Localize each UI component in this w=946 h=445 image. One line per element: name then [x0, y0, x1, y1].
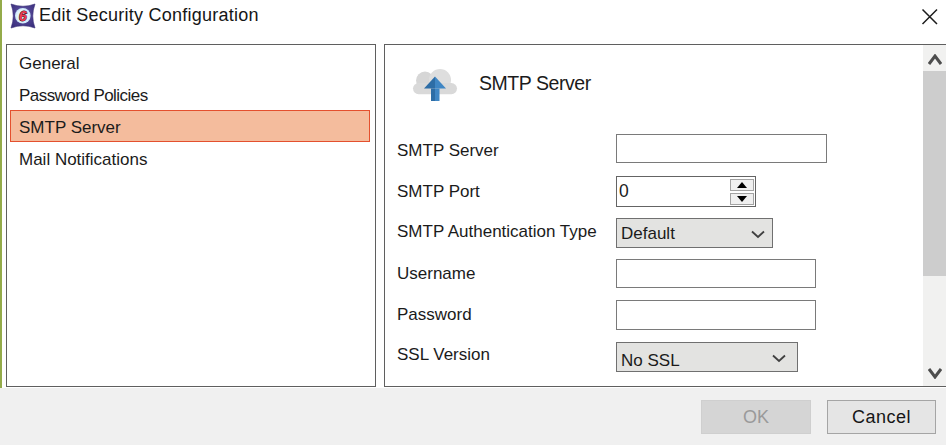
svg-text:6: 6	[19, 8, 28, 24]
